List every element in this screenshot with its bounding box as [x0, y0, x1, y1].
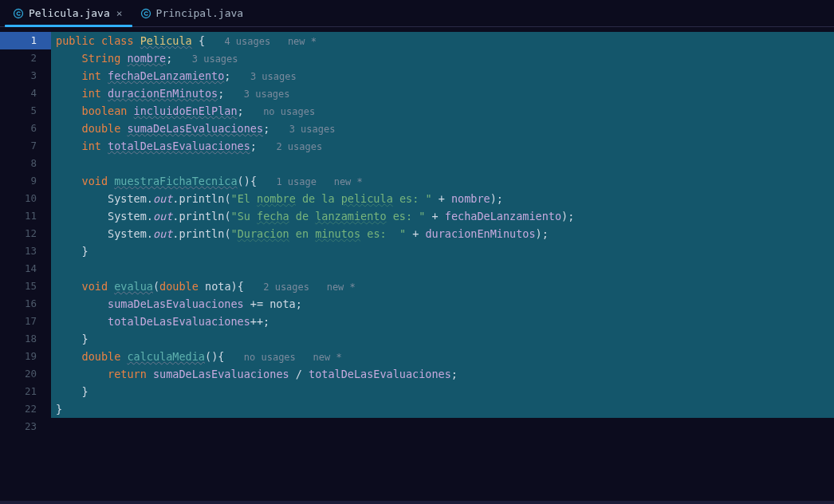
code-line[interactable]: String nombre; 3 usages — [51, 49, 834, 67]
code-editor[interactable]: 1 2 3 4 5 6 7 8 9 10 11 12 13 14 15 16 1… — [0, 27, 834, 501]
line-number[interactable]: 12 — [0, 225, 51, 242]
line-number[interactable]: 22 — [0, 400, 51, 418]
usage-hint: 3 usages — [289, 124, 336, 135]
tab-label: Principal.java — [156, 7, 244, 19]
status-divider — [0, 501, 834, 504]
line-number[interactable]: 15 — [0, 278, 51, 295]
code-line[interactable] — [51, 418, 834, 435]
java-class-icon — [140, 8, 151, 19]
code-line[interactable]: sumaDeLasEvaluaciones += nota; — [51, 295, 834, 313]
line-number[interactable]: 19 — [0, 348, 51, 365]
usage-hint: 4 usages new * — [224, 36, 317, 47]
line-number[interactable]: 5 — [0, 102, 51, 120]
code-line[interactable] — [51, 155, 834, 172]
usage-hint: 3 usages — [192, 53, 238, 65]
line-number[interactable]: 20 — [0, 365, 51, 383]
usage-hint: 2 usages new * — [263, 282, 356, 293]
line-gutter: 1 2 3 4 5 6 7 8 9 10 11 12 13 14 15 16 1… — [0, 27, 51, 501]
usage-hint: 3 usages — [250, 71, 297, 82]
line-number[interactable]: 6 — [0, 120, 51, 137]
line-number[interactable]: 4 — [0, 85, 51, 102]
usage-hint: no usages — [263, 106, 315, 117]
line-number[interactable]: 7 — [0, 137, 51, 155]
line-number[interactable]: 10 — [0, 190, 51, 207]
code-area[interactable]: public class Pelicula { 4 usages new * S… — [51, 27, 834, 501]
line-number[interactable]: 3 — [0, 67, 51, 85]
tab-principal[interactable]: Principal.java — [132, 0, 254, 26]
line-number[interactable]: 14 — [0, 260, 51, 278]
code-line[interactable]: double sumaDeLasEvaluaciones; 3 usages — [51, 120, 834, 137]
usage-hint: 3 usages — [244, 89, 290, 100]
code-line[interactable]: } — [51, 383, 834, 400]
line-number[interactable]: 18 — [0, 330, 51, 348]
line-number[interactable]: 13 — [0, 242, 51, 260]
code-line[interactable]: void muestraFichaTecnica(){ 1 usage new … — [51, 172, 834, 190]
code-line[interactable]: int totalDeLasEvaluaciones; 2 usages — [51, 137, 834, 155]
usage-hint: 2 usages — [276, 141, 322, 152]
code-line[interactable]: System.out.println("Duracion en minutos … — [51, 225, 834, 242]
svg-point-0 — [14, 9, 23, 18]
line-number[interactable]: 21 — [0, 383, 51, 400]
code-line[interactable]: double calculaMedia(){ no usages new * — [51, 348, 834, 365]
code-line[interactable]: } — [51, 242, 834, 260]
java-class-icon — [13, 8, 24, 19]
usage-hint: 1 usage new * — [276, 176, 362, 187]
line-number[interactable]: 16 — [0, 295, 51, 313]
tab-label: Pelicula.java — [29, 7, 110, 19]
code-line[interactable]: } — [51, 400, 834, 418]
tab-pelicula[interactable]: Pelicula.java × — [5, 0, 132, 26]
code-line[interactable]: int duracionEnMinutos; 3 usages — [51, 85, 834, 102]
svg-point-1 — [141, 9, 150, 18]
close-icon[interactable]: × — [116, 8, 123, 18]
code-line[interactable]: System.out.println("Su fecha de lanzamie… — [51, 207, 834, 225]
code-line[interactable] — [51, 260, 834, 278]
code-line[interactable]: int fechaDeLanzamiento; 3 usages — [51, 67, 834, 85]
line-number[interactable]: 8 — [0, 155, 51, 172]
code-line[interactable]: boolean incluidoEnElPlan; no usages — [51, 102, 834, 120]
code-line[interactable]: } — [51, 330, 834, 348]
code-line[interactable]: totalDeLasEvaluaciones++; — [51, 313, 834, 330]
code-line[interactable]: void evalua(double nota){ 2 usages new * — [51, 278, 834, 295]
line-number[interactable]: 9 — [0, 172, 51, 190]
usage-hint: no usages new * — [244, 352, 342, 363]
line-number[interactable]: 2 — [0, 49, 51, 67]
line-number[interactable]: 23 — [0, 418, 51, 435]
tab-bar: Pelicula.java × Principal.java — [0, 0, 834, 27]
code-line[interactable]: System.out.println("El nombre de la peli… — [51, 190, 834, 207]
code-line[interactable]: public class Pelicula { 4 usages new * — [51, 32, 834, 49]
line-number[interactable]: 1 — [0, 32, 51, 49]
line-number[interactable]: 17 — [0, 313, 51, 330]
code-line[interactable]: return sumaDeLasEvaluaciones / totalDeLa… — [51, 365, 834, 383]
line-number[interactable]: 11 — [0, 207, 51, 225]
